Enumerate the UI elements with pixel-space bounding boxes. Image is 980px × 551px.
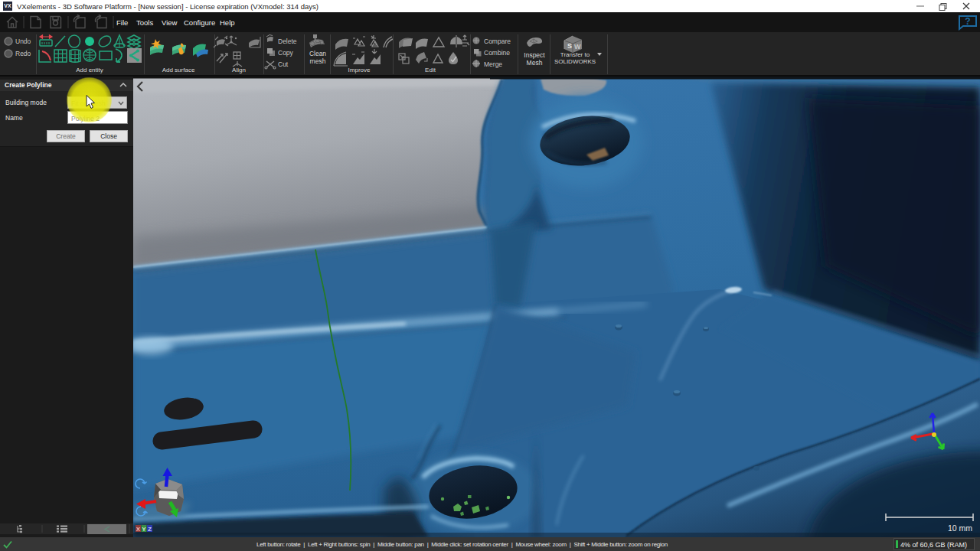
svg-text:Z: Z bbox=[148, 526, 152, 533]
svg-text:?: ? bbox=[965, 16, 970, 27]
svg-text:X: X bbox=[136, 526, 141, 533]
svg-text:10 mm: 10 mm bbox=[948, 523, 972, 533]
svg-text:Y: Y bbox=[142, 526, 146, 533]
svg-text:W: W bbox=[574, 43, 581, 51]
svg-text:S: S bbox=[567, 42, 572, 50]
